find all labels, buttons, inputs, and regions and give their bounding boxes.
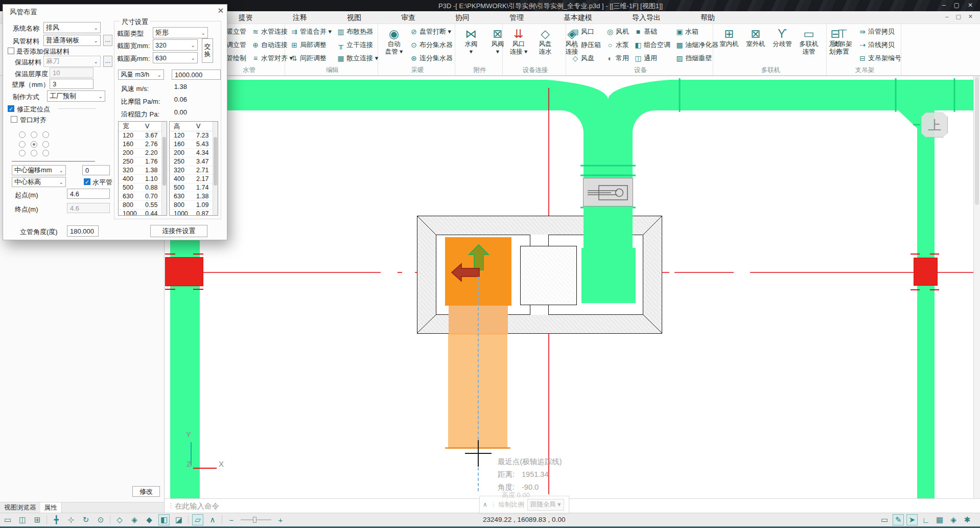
justification-radio[interactable] [19, 150, 26, 156]
indoor-unit-button[interactable]: ⊞室内机 [717, 26, 741, 56]
water-pump-button[interactable]: ○水泵 [605, 39, 630, 51]
start-elevation-input[interactable]: 4.6 [67, 189, 110, 199]
table-row[interactable]: 2004.34 [170, 149, 218, 157]
zoom-slider-thumb[interactable] [253, 517, 256, 523]
panel-tab-视图浏览器[interactable]: 视图浏览器 [0, 502, 40, 513]
select-cursor-icon[interactable]: ➤ [906, 514, 918, 525]
common-equipment-button[interactable]: ◐常用 [605, 52, 630, 64]
scrollbar-thumb[interactable] [975, 77, 979, 205]
fan-button[interactable]: ◎风机 [605, 26, 630, 37]
table-row[interactable]: 2002.20 [119, 149, 167, 157]
settings-gear-icon[interactable]: ✱ [962, 514, 973, 525]
justification-radio[interactable] [42, 150, 49, 156]
pipe-merge-button[interactable]: ⇉管道合并 ▾ [289, 26, 333, 37]
table-row[interactable]: 1602.76 [119, 140, 167, 149]
tab-注释[interactable]: 注释 [292, 12, 308, 24]
zoom-window-icon[interactable]: ⊙ [95, 514, 106, 525]
view-hidden-line-icon[interactable]: ◈ [129, 514, 140, 525]
swap-button[interactable]: 交换 [202, 38, 213, 63]
justification-radio[interactable] [42, 141, 49, 148]
zoom-out-icon[interactable]: − [226, 514, 237, 525]
hanger-number-button[interactable]: ⊟支吊架编号 [857, 52, 902, 64]
justification-radio[interactable] [19, 131, 26, 138]
tab-基本建模[interactable]: 基本建模 [563, 12, 593, 24]
port-align-checkbox[interactable] [11, 116, 17, 123]
table-row[interactable]: 4002.17 [170, 175, 218, 183]
view-wireframe-icon[interactable]: ◇ [114, 514, 125, 525]
tab-管理[interactable]: 管理 [508, 12, 525, 24]
navigation-compass-icon[interactable]: ◈ [948, 514, 959, 525]
up-arrow-gizmo[interactable] [469, 245, 488, 270]
toolbar-expand-icon[interactable]: ∧ [207, 514, 218, 525]
mdi-minimize-icon[interactable]: – [945, 13, 948, 20]
tab-帮助[interactable]: 帮助 [699, 12, 716, 24]
duct-material-select[interactable]: 普通薄钢板⌄ [43, 35, 101, 46]
pan-hand-icon[interactable]: ⊹ [65, 514, 77, 525]
section-width-select[interactable]: 320⌄ [153, 39, 198, 51]
air-outlet-connect-button[interactable]: ⇊风口连接 ▾ [507, 26, 530, 56]
zoom-in-icon[interactable]: + [275, 514, 286, 525]
drawing-canvas[interactable]: Y Z X 最近点(极轴追踪线) 距离:1951.34 角度:-90.0 上 [165, 76, 980, 498]
place-manifold-button[interactable]: ⊙布分集水器 [409, 39, 454, 51]
place-radiator-button[interactable]: ▥布散热器 [336, 26, 379, 37]
foundation-button[interactable]: ■基础 [633, 26, 671, 37]
table-row[interactable]: 1203.67 [119, 131, 167, 140]
center-offset-input[interactable]: 0 [82, 165, 110, 175]
riser-angle-input[interactable]: 180.000 [67, 225, 99, 237]
copy-along-pipe-button[interactable]: ⇛沿管拷贝 [857, 26, 902, 37]
air-outlet-button[interactable]: ▤风口 [570, 26, 602, 37]
material-more-button[interactable]: ... [103, 35, 112, 46]
command-bar-handle[interactable]: ⋮ [168, 501, 173, 509]
air-handling-unit-button[interactable]: ◧组合空调 [633, 39, 671, 51]
drawing-scale-icon[interactable]: ▱ [192, 514, 203, 525]
panel-tab-属性[interactable]: 属性 [40, 502, 62, 513]
local-adjust-button[interactable]: ⊞局部调整 [289, 39, 333, 51]
viewport-restore-icon[interactable]: ▭ [879, 514, 890, 525]
connect-manifold-button[interactable]: ⊛连分集水器 [409, 52, 454, 64]
table-row[interactable]: 3202.71 [170, 166, 218, 175]
table-row[interactable]: 8000.55 [119, 201, 167, 210]
elevation-select[interactable]: 中心标高⌄ [12, 177, 66, 187]
tab-导入导出[interactable]: 导入导出 [631, 12, 662, 24]
tab-视图[interactable]: 视图 [346, 12, 362, 24]
ortho-angle-icon[interactable]: ∟ [920, 514, 931, 525]
fabrication-select[interactable]: 工厂预制⌄ [47, 90, 105, 102]
horizontal-pipe-checkbox[interactable]: ✓ [84, 178, 90, 185]
table-row[interactable]: 8001.09 [170, 201, 218, 210]
canvas-vertical-scrollbar[interactable] [973, 76, 980, 498]
tab-审查[interactable]: 审查 [400, 12, 416, 24]
window-minimize-icon[interactable]: – [942, 2, 946, 9]
tab-协同[interactable]: 协同 [454, 12, 471, 24]
connector-settings-button[interactable]: 连接件设置 [150, 225, 207, 237]
close-icon[interactable]: ✕ [216, 6, 226, 15]
vrf-connect-button[interactable]: ▭多联机连管 [797, 26, 821, 56]
add-insulation-checkbox[interactable] [8, 48, 14, 54]
mdi-close-icon[interactable]: ✕ [968, 13, 973, 20]
view-shaded-icon[interactable]: ◆ [144, 514, 155, 525]
flow-rate-input[interactable]: 1000.000 [172, 70, 221, 80]
table-row[interactable]: 2503.47 [170, 157, 218, 166]
tile-views-icon[interactable]: ◫ [17, 514, 28, 525]
table-scrollbar[interactable] [161, 122, 167, 215]
table-scrollbar[interactable] [213, 122, 218, 215]
wall-thickness-input[interactable]: 3 [50, 79, 94, 89]
tab-提资[interactable]: 提资 [238, 12, 254, 24]
scrollbar-thumb[interactable] [162, 137, 166, 186]
table-row[interactable]: 1207.23 [170, 131, 218, 140]
mdi-restore-icon[interactable]: ▢ [955, 13, 961, 20]
zoom-slider-track[interactable] [241, 519, 271, 520]
coil-break-button[interactable]: ⊘盘管打断 ▾ [409, 26, 454, 37]
center-offset-select[interactable]: 中心偏移mm⌄ [12, 165, 66, 175]
plenum-box-button[interactable]: □静压箱 [570, 39, 602, 51]
water-valve-button[interactable]: ⋈水阀▾ [459, 26, 483, 56]
generic-equipment-button[interactable]: ◫通用 [633, 52, 671, 64]
auto-coil-button[interactable]: ◉自动盘管 ▾ [382, 26, 406, 64]
window-close-icon[interactable]: ✕ [968, 2, 973, 9]
table-row[interactable]: 3201.38 [119, 166, 167, 175]
table-row[interactable]: 1605.43 [170, 140, 218, 149]
table-row[interactable]: 4001.10 [119, 175, 167, 183]
insulation-more-button[interactable]: ... [103, 56, 112, 67]
table-row[interactable]: 5001.74 [170, 183, 218, 192]
orbit-icon[interactable]: ↻ [80, 514, 91, 525]
new-view-icon[interactable]: ▭ [2, 514, 13, 525]
